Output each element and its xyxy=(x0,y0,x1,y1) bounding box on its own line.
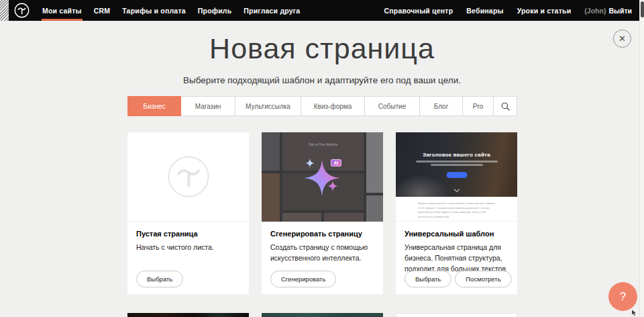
page-title: Новая страница xyxy=(0,32,644,65)
user-block: (John) Выйти xyxy=(578,7,633,15)
menu-tariffs[interactable]: Тарифы и оплата xyxy=(116,0,192,21)
tab-quiz-form[interactable]: Квиз-форма xyxy=(301,96,365,116)
card-body: Универсальный шаблон Универсальная стран… xyxy=(396,222,517,294)
tilda-watermark-icon xyxy=(167,155,210,198)
header-left-menu: Мои сайты CRM Тарифы и оплата Профиль Пр… xyxy=(36,0,306,21)
logout-link[interactable]: Выйти xyxy=(608,7,632,15)
card-body: Пустая страница Начать с чистого листа. … xyxy=(127,222,249,294)
edge-pattern-decoration xyxy=(0,0,9,21)
chevron-down-icon xyxy=(453,187,459,192)
menu-lessons[interactable]: Уроки и статьи xyxy=(511,7,578,15)
card-body: Сгенерировать страницу Создать страницу … xyxy=(262,222,383,294)
close-icon[interactable]: ✕ xyxy=(613,30,631,48)
blank-page-preview xyxy=(127,132,249,222)
tab-event[interactable]: Событие xyxy=(364,96,420,116)
menu-webinars[interactable]: Вебинары xyxy=(460,7,510,15)
card-title: Сгенерировать страницу xyxy=(270,230,374,238)
card-description: Начать с чистого листа. xyxy=(136,242,240,253)
universal-template-preview: Заголовок вашего сайта Коротко представь… xyxy=(396,132,517,222)
header-right-menu: Справочный центр Вебинары Уроки и статьи… xyxy=(377,0,633,21)
template-card-universal[interactable]: Заголовок вашего сайта Коротко представь… xyxy=(396,132,517,294)
template-hero: Заголовок вашего сайта xyxy=(396,132,517,197)
card-description: Создать страницу с помощью искусственног… xyxy=(270,242,374,264)
top-navbar: Мои сайты CRM Тарифы и оплата Профиль Пр… xyxy=(0,0,644,21)
scrollbar-thumb[interactable] xyxy=(641,1,644,17)
screen: Мои сайты CRM Тарифы и оплата Профиль Пр… xyxy=(0,0,644,317)
next-row-card-1[interactable] xyxy=(127,313,249,317)
ai-preview: Title of Your Website AI xyxy=(262,132,383,222)
tilda-logo-icon[interactable] xyxy=(14,3,30,18)
ai-badge: AI xyxy=(331,159,341,167)
view-universal-button[interactable]: Посмотреть xyxy=(455,271,511,287)
card-title: Пустая страница xyxy=(136,230,240,238)
menu-invite-friend[interactable]: Пригласи друга xyxy=(237,0,306,21)
choose-blank-button[interactable]: Выбрать xyxy=(136,271,183,287)
question-mark-icon: ? xyxy=(620,290,626,304)
tab-business[interactable]: Бизнес xyxy=(127,96,181,116)
template-hero-title: Заголовок вашего сайта xyxy=(396,152,517,158)
menu-help-center[interactable]: Справочный центр xyxy=(377,7,460,15)
search-icon xyxy=(501,102,510,111)
tab-blog[interactable]: Блог xyxy=(419,96,463,116)
template-card-blank[interactable]: Пустая страница Начать с чистого листа. … xyxy=(127,132,249,294)
page-subtitle: Выберите подходящий шаблон и адаптируйте… xyxy=(0,75,644,85)
template-category-tabs: Бизнес Магазин Мультиссылка Квиз-форма С… xyxy=(127,96,517,116)
choose-universal-button[interactable]: Выбрать xyxy=(405,271,451,287)
next-row-card-2[interactable] xyxy=(262,313,383,317)
tab-multilink[interactable]: Мультиссылка xyxy=(235,96,301,116)
template-card-ai[interactable]: Title of Your Website AI xyxy=(262,132,383,294)
user-name: (John) xyxy=(584,7,606,15)
page-scrollbar[interactable] xyxy=(639,0,644,317)
generate-button[interactable]: Сгенерировать xyxy=(270,271,336,287)
template-hero-button xyxy=(446,172,467,178)
help-button[interactable]: ? xyxy=(608,282,637,311)
next-row-card-3[interactable] xyxy=(396,313,517,317)
collage-site-title: Title of Your Website xyxy=(282,143,364,146)
menu-profile[interactable]: Профиль xyxy=(192,0,238,21)
template-body-text: Коротко представьтесь и расскажите о ком… xyxy=(418,201,496,219)
mouse-cursor xyxy=(632,310,637,316)
menu-crm[interactable]: CRM xyxy=(88,0,117,21)
tab-search[interactable] xyxy=(493,96,517,116)
tab-shop[interactable]: Магазин xyxy=(180,96,235,116)
menu-my-sites[interactable]: Мои сайты xyxy=(36,0,88,21)
tab-pro[interactable]: Pro xyxy=(462,96,494,116)
card-title: Универсальный шаблон xyxy=(405,230,508,238)
